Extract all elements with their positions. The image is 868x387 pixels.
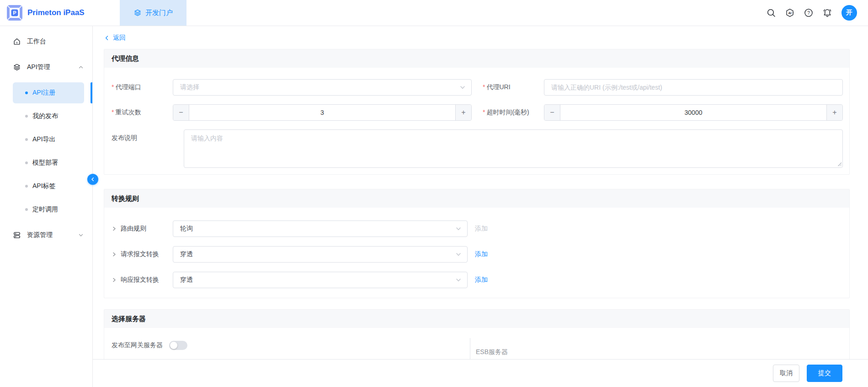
layers-icon [133, 9, 142, 17]
bullet-dot [25, 91, 28, 94]
field-label-esb-server: ESB服务器 [476, 348, 508, 355]
sidebar-item-api-export[interactable]: API导出 [13, 129, 84, 150]
home-icon [13, 38, 21, 46]
ai-assistant-icon[interactable]: AI [785, 8, 794, 17]
search-icon[interactable] [767, 8, 776, 17]
tab-developer-portal[interactable]: 开发门户 [120, 0, 186, 26]
chevron-right-icon[interactable] [112, 252, 117, 257]
select-value: 穿透 [180, 276, 193, 284]
sidebar-item-label: API管理 [27, 63, 50, 71]
field-label-route-rule: 路由规则 [112, 225, 173, 233]
field-label-publish-note: 发布说明 [112, 129, 173, 142]
gateway-server-toggle[interactable] [169, 341, 187, 350]
publish-note-textarea[interactable] [184, 129, 843, 168]
increment-button[interactable]: + [826, 105, 842, 120]
section-title: 转换规则 [104, 189, 849, 208]
sidebar-item-model-deploy[interactable]: 模型部署 [13, 152, 84, 173]
svg-text:AI: AI [788, 11, 791, 15]
toggle-knob [170, 342, 177, 349]
sidebar-item-my-publish[interactable]: 我的发布 [13, 106, 84, 127]
sidebar-item-label: API注册 [32, 89, 56, 97]
field-label-timeout: *超时时间(毫秒) [483, 108, 544, 117]
bullet-dot [25, 161, 28, 164]
help-icon[interactable]: ? [804, 8, 813, 17]
proxy-info-section: 代理信息 *代理端口 请选择 [104, 49, 850, 175]
field-label-proxy-port: *代理端口 [112, 83, 173, 91]
back-label: 返回 [113, 34, 126, 42]
submit-button[interactable]: 提交 [807, 365, 842, 382]
add-route-rule-link: 添加 [475, 225, 488, 233]
route-rule-select[interactable]: 轮询 [173, 220, 468, 237]
top-header: P Primeton iPaaS 开发门户 AI ? [0, 0, 868, 26]
esb-server-pane: ESB服务器 [470, 338, 849, 359]
svg-text:?: ? [807, 11, 810, 16]
sidebar-item-label: API标签 [32, 182, 56, 190]
increment-button[interactable]: + [455, 105, 471, 120]
database-icon [13, 231, 21, 239]
sidebar-item-api-register[interactable]: API注册 [13, 82, 84, 103]
response-transform-select[interactable]: 穿透 [173, 272, 468, 288]
bullet-dot [25, 185, 28, 188]
field-label-gateway-server: 发布至网关服务器 [112, 341, 163, 349]
response-transform-row: 响应报文转换 穿透 添加 [112, 272, 843, 288]
sidebar-item-workbench[interactable]: 工作台 [0, 29, 92, 54]
brand-name: Primeton iPaaS [27, 8, 85, 17]
sidebar-item-label: API导出 [32, 135, 56, 144]
route-rule-row: 路由规则 轮询 添加 [112, 220, 843, 237]
required-asterisk: * [483, 108, 485, 116]
request-transform-select[interactable]: 穿透 [173, 246, 468, 263]
page-content: 返回 代理信息 *代理端口 请选择 [93, 26, 868, 359]
chevron-down-icon [78, 232, 84, 238]
chevron-right-icon[interactable] [112, 226, 117, 231]
sidebar-item-label: 定时调用 [32, 205, 58, 214]
add-response-transform-link[interactable]: 添加 [475, 276, 488, 284]
field-label-proxy-uri: *代理URI [483, 83, 544, 91]
active-menu-indicator [91, 82, 92, 103]
sidebar-item-label: 模型部署 [32, 159, 58, 167]
action-bar: 取消 提交 [93, 359, 868, 387]
chevron-left-icon [104, 35, 110, 41]
section-title: 代理信息 [104, 49, 849, 68]
chevron-down-icon [455, 277, 462, 283]
proxy-uri-input[interactable] [544, 80, 842, 95]
retry-count-stepper: − + [173, 104, 472, 121]
field-label-response-transform: 响应报文转换 [112, 276, 173, 284]
transform-rules-section: 转换规则 路由规则 轮询 添加 [104, 189, 850, 298]
tab-label: 开发门户 [145, 9, 173, 17]
bullet-dot [25, 115, 28, 118]
required-asterisk: * [112, 83, 114, 91]
sidebar-nav: 工作台 API管理 API注册 我的发布 [0, 26, 93, 387]
sidebar-item-label: 工作台 [27, 38, 46, 46]
header-actions: AI ? 开 [767, 0, 868, 26]
sidebar-item-resource-management[interactable]: 资源管理 [0, 222, 92, 248]
add-request-transform-link[interactable]: 添加 [475, 250, 488, 258]
request-transform-row: 请求报文转换 穿透 添加 [112, 246, 843, 263]
user-avatar[interactable]: 开 [841, 5, 857, 21]
proxy-port-select[interactable]: 请选择 [173, 79, 472, 96]
sidebar-collapse-button[interactable] [87, 174, 98, 185]
server-select-section: 选择服务器 发布至网关服务器 ESB服务器 [104, 309, 850, 359]
field-label-retry-count: *重试次数 [112, 108, 173, 117]
required-asterisk: * [483, 83, 485, 91]
timeout-stepper: − + [544, 104, 843, 121]
decrement-button[interactable]: − [173, 105, 189, 120]
chevron-right-icon[interactable] [112, 277, 117, 283]
app-window: P Primeton iPaaS 开发门户 AI ? [0, 0, 868, 387]
primeton-logo-icon: P [6, 5, 23, 21]
sidebar-item-api-management[interactable]: API管理 [0, 54, 92, 80]
select-value: 穿透 [180, 250, 193, 258]
sidebar-item-scheduled-call[interactable]: 定时调用 [13, 199, 84, 220]
section-title: 选择服务器 [104, 310, 849, 328]
bullet-dot [25, 138, 28, 141]
timeout-input[interactable] [560, 105, 826, 120]
decrement-button[interactable]: − [544, 105, 560, 120]
chevron-up-icon [78, 64, 84, 70]
retry-count-input[interactable] [189, 105, 455, 120]
sidebar-item-api-tags[interactable]: API标签 [13, 176, 84, 197]
field-label-request-transform: 请求报文转换 [112, 250, 173, 258]
cancel-button[interactable]: 取消 [773, 365, 799, 382]
select-placeholder: 请选择 [180, 83, 199, 91]
bell-icon[interactable] [823, 8, 832, 17]
sidebar-item-label: 我的发布 [32, 112, 58, 120]
back-link[interactable]: 返回 [104, 32, 126, 43]
